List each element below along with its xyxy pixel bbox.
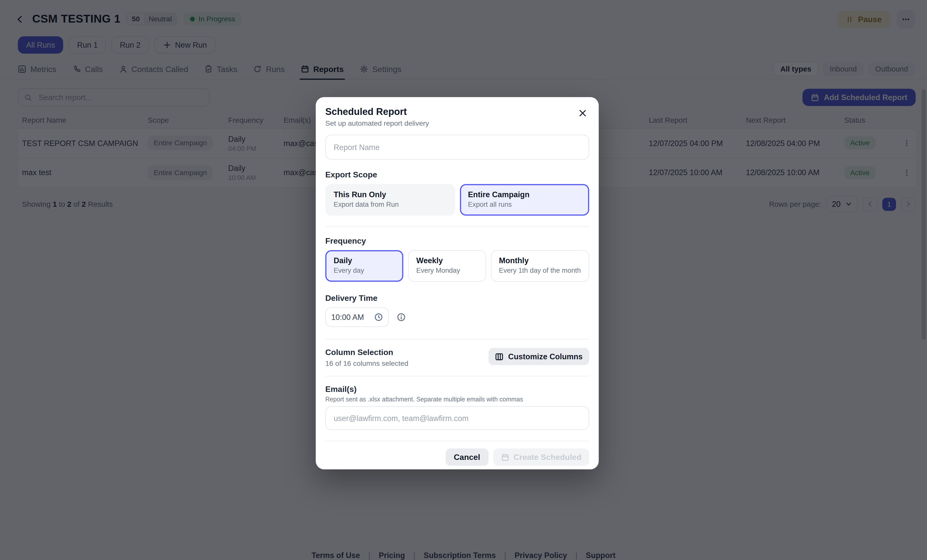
info-icon[interactable]: [397, 313, 406, 322]
export-scope-this-run-only[interactable]: This Run Only Export data from Run: [325, 184, 455, 216]
app-stage: CSM TESTING 1 50 Neutral In Progress Pau…: [0, 0, 927, 560]
close-button[interactable]: [577, 107, 588, 119]
export-scope-entire-campaign[interactable]: Entire Campaign Export all runs: [460, 184, 589, 216]
create-scheduled-button[interactable]: Create Scheduled: [493, 449, 589, 466]
section-divider: [325, 339, 589, 340]
create-scheduled-label: Create Scheduled: [514, 452, 582, 461]
calendar-icon: [501, 453, 509, 461]
emails-helper-text: Report sent as .xlsx attachment. Separat…: [325, 395, 589, 402]
frequency-weekly[interactable]: Weekly Every Monday: [408, 250, 486, 282]
option-description: Every 1th day of the month: [499, 267, 581, 274]
column-selection-info: Column Selection 16 of 16 columns select…: [325, 348, 408, 367]
option-description: Export all runs: [468, 201, 581, 208]
report-name-input[interactable]: [325, 135, 589, 160]
option-title: Daily: [333, 256, 395, 265]
section-divider: [325, 441, 589, 441]
modal-actions: Cancel Create Scheduled: [325, 449, 589, 466]
option-description: Export data from Run: [333, 201, 447, 208]
option-title: Entire Campaign: [468, 190, 581, 199]
column-selection-row: Column Selection 16 of 16 columns select…: [325, 348, 589, 367]
delivery-time-row: 10:00 AM: [325, 307, 589, 327]
delivery-time-label: Delivery Time: [325, 294, 589, 303]
delivery-time-input[interactable]: 10:00 AM: [325, 307, 389, 327]
frequency-label: Frequency: [325, 236, 589, 245]
customize-columns-label: Customize Columns: [508, 352, 583, 361]
frequency-monthly[interactable]: Monthly Every 1th day of the month: [491, 250, 589, 282]
columns-icon: [495, 352, 503, 361]
option-title: This Run Only: [333, 190, 447, 199]
modal-subtitle: Set up automated report delivery: [325, 119, 589, 127]
delivery-time-value: 10:00 AM: [331, 313, 364, 322]
column-selection-label: Column Selection: [325, 348, 408, 357]
column-selection-summary: 16 of 16 columns selected: [325, 359, 408, 367]
option-description: Every Monday: [416, 267, 477, 274]
option-description: Every day: [333, 267, 395, 274]
scheduled-report-modal: Scheduled Report Set up automated report…: [316, 97, 599, 469]
export-scope-label: Export Scope: [325, 170, 589, 179]
section-divider: [325, 226, 589, 227]
emails-input[interactable]: [325, 406, 589, 430]
emails-label: Email(s): [325, 385, 589, 394]
modal-title: Scheduled Report: [325, 107, 589, 117]
export-scope-options: This Run Only Export data from Run Entir…: [325, 184, 589, 216]
frequency-options: Daily Every day Weekly Every Monday Mont…: [325, 250, 589, 282]
cancel-button[interactable]: Cancel: [445, 449, 489, 466]
clock-icon: [374, 313, 383, 322]
frequency-daily[interactable]: Daily Every day: [325, 250, 403, 282]
option-title: Monthly: [499, 256, 581, 265]
close-icon: [578, 109, 587, 117]
customize-columns-button[interactable]: Customize Columns: [489, 348, 589, 365]
option-title: Weekly: [416, 256, 477, 265]
section-divider: [325, 376, 589, 376]
